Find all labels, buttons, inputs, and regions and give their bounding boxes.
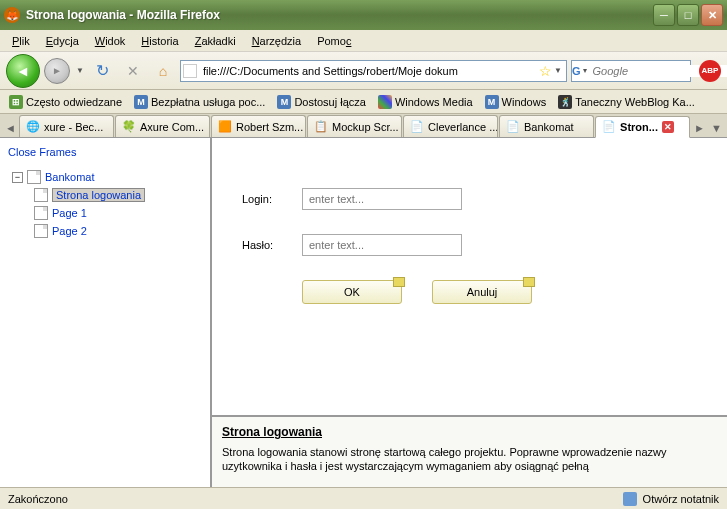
tab-favicon: 📄: [410, 120, 424, 134]
m-icon: M: [134, 95, 148, 109]
tab-5[interactable]: 📄Bankomat: [499, 115, 594, 137]
tree-label[interactable]: Strona logowania: [52, 188, 145, 202]
menu-pomoc[interactable]: Pomoc: [309, 33, 359, 49]
tab-scroll-left[interactable]: ◄: [2, 119, 19, 137]
page-icon: [34, 224, 48, 238]
stop-button[interactable]: ✕: [123, 61, 143, 81]
tree-collapse-icon[interactable]: −: [12, 172, 23, 183]
url-input[interactable]: [199, 65, 539, 77]
search-engine-dropdown[interactable]: ▾: [581, 66, 589, 75]
window-titlebar: 🦊 Strona logowania - Mozilla Firefox ─ □…: [0, 0, 727, 30]
tree-label[interactable]: Bankomat: [45, 171, 95, 183]
frequent-icon: ⊞: [9, 95, 23, 109]
history-dropdown[interactable]: ▼: [74, 66, 86, 75]
bookmarks-toolbar: ⊞ Często odwiedzane M Bezpłatna usługa p…: [0, 90, 727, 114]
bookmark-windows-media[interactable]: Windows Media: [373, 93, 478, 111]
tab-1[interactable]: 🍀Axure Com...: [115, 115, 210, 137]
bookmark-dostosuj[interactable]: M Dostosuj łącza: [272, 93, 371, 111]
menu-plik[interactable]: Plik: [4, 33, 38, 49]
forward-button[interactable]: [44, 58, 70, 84]
password-label: Hasło:: [242, 239, 302, 251]
window-title: Strona logowania - Mozilla Firefox: [26, 8, 653, 22]
tab-favicon: 🍀: [122, 120, 136, 134]
close-button[interactable]: ✕: [701, 4, 723, 26]
notepad-icon[interactable]: [623, 492, 637, 506]
bookmark-taneczny[interactable]: 🕺 Taneczny WebBlog Ka...: [553, 93, 700, 111]
tab-6[interactable]: 📄Stron...✕: [595, 116, 690, 138]
tab-2[interactable]: 🟧Robert Szm...: [211, 115, 306, 137]
menu-bar: Plik Edycja Widok Historia Zakładki Narz…: [0, 30, 727, 52]
menu-narzedzia[interactable]: Narzędzia: [244, 33, 310, 49]
ok-button[interactable]: OK: [302, 280, 402, 304]
reload-button[interactable]: ↻: [93, 61, 113, 81]
menu-zakladki[interactable]: Zakładki: [187, 33, 244, 49]
search-engine-icon[interactable]: G: [572, 65, 581, 77]
menu-historia[interactable]: Historia: [133, 33, 186, 49]
tab-3[interactable]: 📋Mockup Scr...: [307, 115, 402, 137]
tab-favicon: 🟧: [218, 120, 232, 134]
url-bar[interactable]: ☆ ▼: [180, 60, 567, 82]
close-frames-link[interactable]: Close Frames: [8, 146, 202, 158]
password-input[interactable]: [302, 234, 462, 256]
tab-favicon: 📋: [314, 120, 328, 134]
search-box[interactable]: G ▾ 🔍: [571, 60, 691, 82]
navigation-toolbar: ▼ ↻ ✕ ⌂ ☆ ▼ G ▾ 🔍 ABP: [0, 52, 727, 90]
cancel-button[interactable]: Anuluj: [432, 280, 532, 304]
login-input[interactable]: [302, 188, 462, 210]
page-icon: [34, 188, 48, 202]
firefox-icon: 🦊: [4, 7, 20, 23]
login-label: Login:: [242, 193, 302, 205]
tree-page-0[interactable]: Strona logowania: [34, 186, 202, 204]
maximize-button[interactable]: □: [677, 4, 699, 26]
tree-label[interactable]: Page 2: [52, 225, 87, 237]
content-area: Close Frames − Bankomat Strona logowania…: [0, 138, 727, 487]
bookmark-windows[interactable]: M Windows: [480, 93, 552, 111]
open-notepad-link[interactable]: Otwórz notatnik: [643, 493, 719, 505]
status-bar: Zakończono Otwórz notatnik: [0, 487, 727, 509]
notes-body: Strona logowania stanowi stronę startową…: [222, 445, 717, 474]
login-form: Login: Hasło: OK Anuluj: [212, 138, 727, 415]
main-panel: Login: Hasło: OK Anuluj Strona logowania…: [212, 138, 727, 487]
notes-title: Strona logowania: [222, 425, 717, 439]
tab-bar: ◄ 🌐xure - Bec... 🍀Axure Com... 🟧Robert S…: [0, 114, 727, 138]
page-favicon: [183, 64, 197, 78]
tree-label[interactable]: Page 1: [52, 207, 87, 219]
tab-favicon: 📄: [602, 120, 616, 134]
dance-icon: 🕺: [558, 95, 572, 109]
m-icon: M: [485, 95, 499, 109]
minimize-button[interactable]: ─: [653, 4, 675, 26]
home-button[interactable]: ⌂: [153, 61, 173, 81]
page-icon: [34, 206, 48, 220]
page-icon: [27, 170, 41, 184]
tree-page-1[interactable]: Page 1: [34, 204, 202, 222]
tab-list-dropdown[interactable]: ▼: [708, 119, 725, 137]
tab-close-icon[interactable]: ✕: [662, 121, 674, 133]
menu-widok[interactable]: Widok: [87, 33, 134, 49]
tree-root[interactable]: − Bankomat: [12, 168, 202, 186]
tab-4[interactable]: 📄Cleverlance ...: [403, 115, 498, 137]
url-dropdown[interactable]: ▼: [552, 66, 564, 75]
bookmark-czesto-odwiedzane[interactable]: ⊞ Często odwiedzane: [4, 93, 127, 111]
m-icon: M: [277, 95, 291, 109]
tab-favicon: 📄: [506, 120, 520, 134]
bookmark-bezplatna[interactable]: M Bezpłatna usługa poc...: [129, 93, 270, 111]
notes-panel: Strona logowania Strona logowania stanow…: [212, 415, 727, 487]
bookmark-star-icon[interactable]: ☆: [539, 63, 552, 79]
sidebar: Close Frames − Bankomat Strona logowania…: [0, 138, 212, 487]
wm-icon: [378, 95, 392, 109]
page-tree: − Bankomat Strona logowania Page 1 Page …: [12, 168, 202, 240]
menu-edycja[interactable]: Edycja: [38, 33, 87, 49]
tree-page-2[interactable]: Page 2: [34, 222, 202, 240]
tab-scroll-right[interactable]: ►: [691, 119, 708, 137]
back-button[interactable]: [6, 54, 40, 88]
tab-favicon: 🌐: [26, 120, 40, 134]
tab-0[interactable]: 🌐xure - Bec...: [19, 115, 114, 137]
adblock-icon[interactable]: ABP: [699, 60, 721, 82]
status-text: Zakończono: [8, 493, 68, 505]
